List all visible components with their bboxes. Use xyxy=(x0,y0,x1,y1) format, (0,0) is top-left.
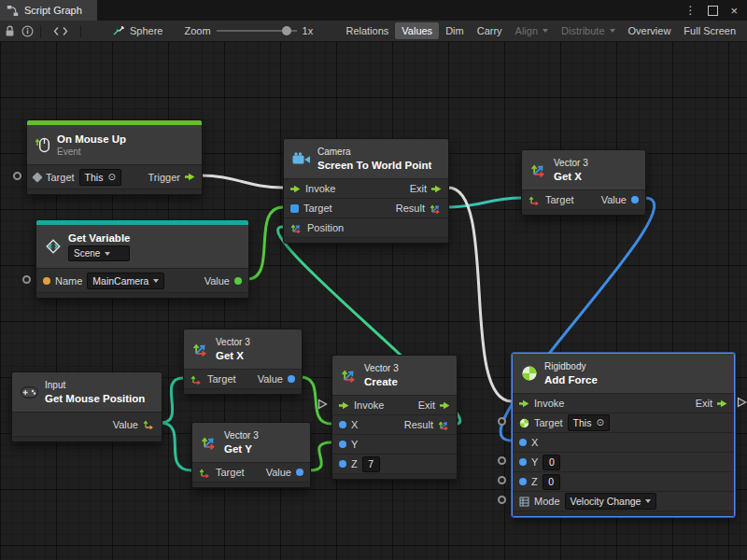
flow-arrow-icon[interactable] xyxy=(717,399,727,408)
rigidbody-icon xyxy=(521,365,538,382)
flow-port-triangle[interactable] xyxy=(317,399,328,410)
node-type-label: Camera xyxy=(317,147,431,158)
node-vector3-get-x-a[interactable]: Vector 3 Get X Target Value xyxy=(521,149,646,216)
vector3-port-icon[interactable] xyxy=(199,467,211,479)
port-label-value: Value xyxy=(113,419,138,430)
port-label-invoke: Invoke xyxy=(354,399,384,411)
unconnected-port-circle[interactable] xyxy=(498,417,506,426)
float-port-icon[interactable] xyxy=(519,478,527,485)
float-port-icon[interactable] xyxy=(339,460,346,468)
flow-port-triangle[interactable] xyxy=(737,397,747,408)
script-graph-icon xyxy=(7,5,19,17)
float-port-icon[interactable] xyxy=(519,439,527,446)
unconnected-port-circle[interactable] xyxy=(498,476,506,484)
tab-script-graph[interactable]: Script Graph xyxy=(0,0,97,21)
vector3-port-icon[interactable] xyxy=(529,194,541,206)
port-label-y: Y xyxy=(531,456,538,468)
flow-arrow-icon[interactable] xyxy=(185,173,195,181)
port-row-target-value: Target Value xyxy=(184,369,302,388)
node-type-label: Rigidbody xyxy=(544,361,598,372)
zoom-group: Zoom 1x xyxy=(184,24,313,37)
toolbar-button-values[interactable]: Values xyxy=(395,22,439,39)
z-input-field[interactable]: 7 xyxy=(362,456,380,472)
object-picker-icon[interactable]: ⊙ xyxy=(596,418,603,427)
port-label-mode: Mode xyxy=(534,496,560,507)
zoom-slider-handle[interactable] xyxy=(282,26,291,35)
float-port-icon[interactable] xyxy=(339,421,346,428)
flow-arrow-icon[interactable] xyxy=(440,401,450,410)
toolbar-button-relations[interactable]: Relations xyxy=(339,22,395,39)
port-label-trigger: Trigger xyxy=(148,172,180,183)
float-port-icon[interactable] xyxy=(631,196,639,203)
y-input-field[interactable]: 0 xyxy=(543,455,560,470)
vector3-port-icon[interactable] xyxy=(290,222,303,234)
mode-dropdown[interactable]: Velocity Change xyxy=(565,493,657,510)
toolbar-button-overview[interactable]: Overview xyxy=(622,22,678,39)
node-get-variable[interactable]: Get Variable Scene Name MainCamera xyxy=(35,219,249,299)
node-on-mouse-up[interactable]: On Mouse Up Event Target This ⊙ Trigger xyxy=(26,119,203,195)
float-port-icon[interactable] xyxy=(339,441,346,448)
vector3-icon xyxy=(530,161,547,178)
vector3-port-icon[interactable] xyxy=(190,373,203,385)
port-label-result: Result xyxy=(404,419,433,430)
current-graph-group: Sphere xyxy=(112,25,162,36)
target-this-chip[interactable]: This ⊙ xyxy=(79,169,121,186)
window-menu-icon[interactable]: ⋮ xyxy=(684,4,696,17)
node-footer xyxy=(184,388,302,394)
toolbar-buttons: Relations Values Dim Carry Align Distrib… xyxy=(339,22,742,39)
node-get-mouse-position[interactable]: Input Get Mouse Position Value xyxy=(11,371,162,442)
object-port-icon[interactable] xyxy=(234,277,242,285)
unconnected-port-circle[interactable] xyxy=(498,496,506,504)
float-port-icon[interactable] xyxy=(288,375,295,383)
node-type-label: Vector 3 xyxy=(216,337,250,348)
variable-scope-dropdown[interactable]: Scene xyxy=(68,245,130,261)
node-rigidbody-add-force[interactable]: Rigidbody Add Force Invoke Exit xyxy=(512,353,735,517)
enum-port-icon[interactable] xyxy=(519,497,529,507)
info-icon[interactable] xyxy=(21,25,34,37)
port-label-exit: Exit xyxy=(696,398,712,409)
node-footer xyxy=(192,482,310,487)
zoom-slider[interactable] xyxy=(217,24,297,37)
gameobject-port-icon xyxy=(32,172,42,182)
toolbar-button-dim[interactable]: Dim xyxy=(439,22,471,39)
toolbar-button-carry[interactable]: Carry xyxy=(471,22,509,39)
maximize-icon[interactable] xyxy=(708,6,718,16)
camera-port-icon[interactable] xyxy=(290,204,299,213)
string-port-icon[interactable] xyxy=(43,277,50,285)
float-port-icon[interactable] xyxy=(519,458,527,466)
flow-arrow-icon[interactable] xyxy=(431,185,442,193)
object-picker-icon[interactable]: ⊙ xyxy=(107,173,115,182)
toolbar-button-align[interactable]: Align xyxy=(509,22,555,39)
flow-arrow-icon[interactable] xyxy=(290,185,301,193)
node-vector3-get-y[interactable]: Vector 3 Get Y Target Value xyxy=(191,422,311,488)
unconnected-port-circle[interactable] xyxy=(498,456,506,465)
unconnected-port-circle[interactable] xyxy=(22,275,31,284)
float-port-icon[interactable] xyxy=(296,469,303,476)
node-vector3-get-x-b[interactable]: Vector 3 Get X Target Value xyxy=(183,329,303,395)
graph-toolbar: Sphere Zoom 1x Relations Values Dim Carr… xyxy=(0,21,747,42)
flow-arrow-icon[interactable] xyxy=(339,401,349,410)
vector3-port-icon[interactable] xyxy=(143,418,155,430)
variable-name-dropdown[interactable]: MainCamera xyxy=(87,273,164,289)
close-icon[interactable]: × xyxy=(730,4,738,18)
rigidbody-port-icon[interactable] xyxy=(519,418,529,428)
vector3-port-icon[interactable] xyxy=(438,419,450,431)
lock-icon[interactable] xyxy=(5,25,15,37)
variable-icon xyxy=(45,238,62,255)
port-label-position: Position xyxy=(307,222,344,233)
port-row-x-result: X Result xyxy=(332,414,457,434)
unconnected-port-circle[interactable] xyxy=(13,172,21,180)
z-input-field[interactable]: 0 xyxy=(543,474,560,490)
vector3-port-icon[interactable] xyxy=(430,203,442,215)
target-this-chip[interactable]: This ⊙ xyxy=(568,414,610,431)
flow-arrow-icon[interactable] xyxy=(519,399,529,408)
node-vector3-create[interactable]: Vector 3 Create Invoke Exit X xyxy=(331,355,458,480)
toolbar-button-full-screen[interactable]: Full Screen xyxy=(677,22,742,39)
window-controls: ⋮ × xyxy=(684,0,747,21)
dropdown-caret-icon xyxy=(543,29,548,33)
node-screen-to-world-point[interactable]: Camera Screen To World Point Invoke Exit… xyxy=(283,138,449,244)
port-row-y: Y 0 xyxy=(513,452,734,471)
code-view-icon[interactable] xyxy=(53,26,68,36)
toolbar-button-distribute[interactable]: Distribute xyxy=(555,22,621,39)
mouse-icon xyxy=(35,136,50,153)
